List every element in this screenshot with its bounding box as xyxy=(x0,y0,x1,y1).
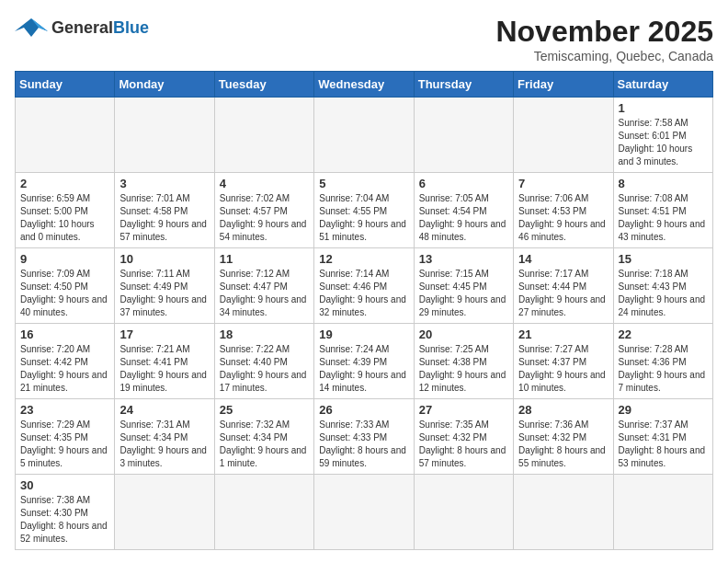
calendar-cell xyxy=(314,475,414,550)
day-info: Sunrise: 7:32 AM Sunset: 4:34 PM Dayligh… xyxy=(220,419,309,470)
calendar-cell: 19Sunrise: 7:24 AM Sunset: 4:39 PM Dayli… xyxy=(314,324,414,399)
day-number: 5 xyxy=(319,177,408,190)
day-number: 3 xyxy=(119,177,209,190)
calendar-cell: 22Sunrise: 7:28 AM Sunset: 4:36 PM Dayli… xyxy=(613,324,712,399)
day-info: Sunrise: 7:01 AM Sunset: 4:58 PM Dayligh… xyxy=(119,192,209,244)
calendar-cell: 20Sunrise: 7:25 AM Sunset: 4:38 PM Dayli… xyxy=(414,324,513,399)
day-number: 14 xyxy=(518,252,608,266)
day-number: 23 xyxy=(20,403,109,417)
calendar-cell: 11Sunrise: 7:12 AM Sunset: 4:47 PM Dayli… xyxy=(214,248,313,324)
day-number: 26 xyxy=(319,403,408,417)
day-info: Sunrise: 7:18 AM Sunset: 4:43 PM Dayligh… xyxy=(619,268,708,319)
calendar-cell xyxy=(514,98,613,173)
day-info: Sunrise: 7:04 AM Sunset: 4:55 PM Dayligh… xyxy=(319,192,408,244)
day-number: 17 xyxy=(119,327,209,341)
calendar-cell: 15Sunrise: 7:18 AM Sunset: 4:43 PM Dayli… xyxy=(613,248,712,324)
calendar-table: SundayMondayTuesdayWednesdayThursdayFrid… xyxy=(15,71,713,550)
day-number: 24 xyxy=(119,403,209,417)
calendar-cell: 28Sunrise: 7:36 AM Sunset: 4:32 PM Dayli… xyxy=(514,399,613,475)
day-info: Sunrise: 7:58 AM Sunset: 6:01 PM Dayligh… xyxy=(619,117,708,168)
day-info: Sunrise: 7:14 AM Sunset: 4:46 PM Dayligh… xyxy=(319,268,408,319)
day-info: Sunrise: 6:59 AM Sunset: 5:00 PM Dayligh… xyxy=(20,192,109,244)
calendar-cell: 23Sunrise: 7:29 AM Sunset: 4:35 PM Dayli… xyxy=(16,399,115,475)
day-info: Sunrise: 7:31 AM Sunset: 4:34 PM Dayligh… xyxy=(119,419,209,470)
header: GeneralBlue November 2025 Temiscaming, Q… xyxy=(15,15,713,63)
calendar-week-row: 2Sunrise: 6:59 AM Sunset: 5:00 PM Daylig… xyxy=(16,173,713,248)
day-of-week-header: Monday xyxy=(115,72,214,98)
day-info: Sunrise: 7:12 AM Sunset: 4:47 PM Dayligh… xyxy=(220,268,309,319)
day-number: 12 xyxy=(319,252,408,266)
day-number: 19 xyxy=(319,327,408,341)
day-info: Sunrise: 7:28 AM Sunset: 4:36 PM Dayligh… xyxy=(619,343,708,395)
month-title: November 2025 xyxy=(495,15,713,49)
calendar-cell: 13Sunrise: 7:15 AM Sunset: 4:45 PM Dayli… xyxy=(414,248,513,324)
day-info: Sunrise: 7:11 AM Sunset: 4:49 PM Dayligh… xyxy=(119,268,209,319)
day-number: 4 xyxy=(220,177,309,190)
day-number: 15 xyxy=(619,252,708,266)
day-number: 18 xyxy=(220,327,309,341)
calendar-cell: 29Sunrise: 7:37 AM Sunset: 4:31 PM Dayli… xyxy=(613,399,712,475)
day-info: Sunrise: 7:24 AM Sunset: 4:39 PM Dayligh… xyxy=(319,343,408,395)
day-number: 27 xyxy=(419,403,508,417)
day-info: Sunrise: 7:37 AM Sunset: 4:31 PM Dayligh… xyxy=(619,419,708,470)
calendar-cell: 2Sunrise: 6:59 AM Sunset: 5:00 PM Daylig… xyxy=(16,173,115,248)
day-of-week-header: Saturday xyxy=(613,72,712,98)
day-info: Sunrise: 7:35 AM Sunset: 4:32 PM Dayligh… xyxy=(419,419,508,470)
day-number: 25 xyxy=(220,403,309,417)
day-info: Sunrise: 7:08 AM Sunset: 4:51 PM Dayligh… xyxy=(619,192,708,244)
calendar-cell xyxy=(16,98,115,173)
day-info: Sunrise: 7:36 AM Sunset: 4:32 PM Dayligh… xyxy=(518,419,608,470)
day-number: 29 xyxy=(619,403,708,417)
calendar-cell: 27Sunrise: 7:35 AM Sunset: 4:32 PM Dayli… xyxy=(414,399,513,475)
day-number: 22 xyxy=(619,327,708,341)
day-number: 10 xyxy=(119,252,209,266)
calendar-cell: 12Sunrise: 7:14 AM Sunset: 4:46 PM Dayli… xyxy=(314,248,414,324)
calendar-cell: 8Sunrise: 7:08 AM Sunset: 4:51 PM Daylig… xyxy=(613,173,712,248)
calendar-cell: 4Sunrise: 7:02 AM Sunset: 4:57 PM Daylig… xyxy=(214,173,313,248)
day-of-week-header: Wednesday xyxy=(314,72,414,98)
calendar-cell: 26Sunrise: 7:33 AM Sunset: 4:33 PM Dayli… xyxy=(314,399,414,475)
calendar-week-row: 30Sunrise: 7:38 AM Sunset: 4:30 PM Dayli… xyxy=(16,475,713,550)
calendar-week-row: 23Sunrise: 7:29 AM Sunset: 4:35 PM Dayli… xyxy=(16,399,713,475)
day-number: 2 xyxy=(20,177,109,190)
day-number: 20 xyxy=(419,327,508,341)
day-of-week-header: Thursday xyxy=(414,72,513,98)
title-area: November 2025 Temiscaming, Quebec, Canad… xyxy=(495,15,713,63)
calendar-cell: 30Sunrise: 7:38 AM Sunset: 4:30 PM Dayli… xyxy=(16,475,115,550)
logo: GeneralBlue xyxy=(15,15,149,40)
day-number: 6 xyxy=(419,177,508,190)
calendar-cell xyxy=(414,475,513,550)
day-info: Sunrise: 7:20 AM Sunset: 4:42 PM Dayligh… xyxy=(20,343,109,395)
calendar-header-row: SundayMondayTuesdayWednesdayThursdayFrid… xyxy=(16,72,713,98)
day-info: Sunrise: 7:33 AM Sunset: 4:33 PM Dayligh… xyxy=(319,419,408,470)
calendar-cell: 10Sunrise: 7:11 AM Sunset: 4:49 PM Dayli… xyxy=(115,248,214,324)
day-info: Sunrise: 7:17 AM Sunset: 4:44 PM Dayligh… xyxy=(518,268,608,319)
day-info: Sunrise: 7:05 AM Sunset: 4:54 PM Dayligh… xyxy=(419,192,508,244)
calendar-cell: 16Sunrise: 7:20 AM Sunset: 4:42 PM Dayli… xyxy=(16,324,115,399)
day-info: Sunrise: 7:27 AM Sunset: 4:37 PM Dayligh… xyxy=(518,343,608,395)
calendar-cell: 7Sunrise: 7:06 AM Sunset: 4:53 PM Daylig… xyxy=(514,173,613,248)
calendar-week-row: 16Sunrise: 7:20 AM Sunset: 4:42 PM Dayli… xyxy=(16,324,713,399)
day-of-week-header: Friday xyxy=(514,72,613,98)
calendar-week-row: 9Sunrise: 7:09 AM Sunset: 4:50 PM Daylig… xyxy=(16,248,713,324)
day-info: Sunrise: 7:09 AM Sunset: 4:50 PM Dayligh… xyxy=(20,268,109,319)
calendar-cell: 1Sunrise: 7:58 AM Sunset: 6:01 PM Daylig… xyxy=(613,98,712,173)
day-info: Sunrise: 7:15 AM Sunset: 4:45 PM Dayligh… xyxy=(419,268,508,319)
day-number: 28 xyxy=(518,403,608,417)
day-number: 7 xyxy=(518,177,608,190)
calendar-cell: 21Sunrise: 7:27 AM Sunset: 4:37 PM Dayli… xyxy=(514,324,613,399)
calendar-cell: 5Sunrise: 7:04 AM Sunset: 4:55 PM Daylig… xyxy=(314,173,414,248)
calendar-cell: 6Sunrise: 7:05 AM Sunset: 4:54 PM Daylig… xyxy=(414,173,513,248)
logo-icon xyxy=(15,15,48,40)
calendar-cell xyxy=(214,475,313,550)
day-number: 8 xyxy=(619,177,708,190)
day-info: Sunrise: 7:29 AM Sunset: 4:35 PM Dayligh… xyxy=(20,419,109,470)
day-number: 9 xyxy=(20,252,109,266)
calendar-cell xyxy=(613,475,712,550)
day-number: 11 xyxy=(220,252,309,266)
calendar-cell xyxy=(115,475,214,550)
calendar-cell: 24Sunrise: 7:31 AM Sunset: 4:34 PM Dayli… xyxy=(115,399,214,475)
day-info: Sunrise: 7:21 AM Sunset: 4:41 PM Dayligh… xyxy=(119,343,209,395)
calendar-cell: 14Sunrise: 7:17 AM Sunset: 4:44 PM Dayli… xyxy=(514,248,613,324)
day-of-week-header: Tuesday xyxy=(214,72,313,98)
